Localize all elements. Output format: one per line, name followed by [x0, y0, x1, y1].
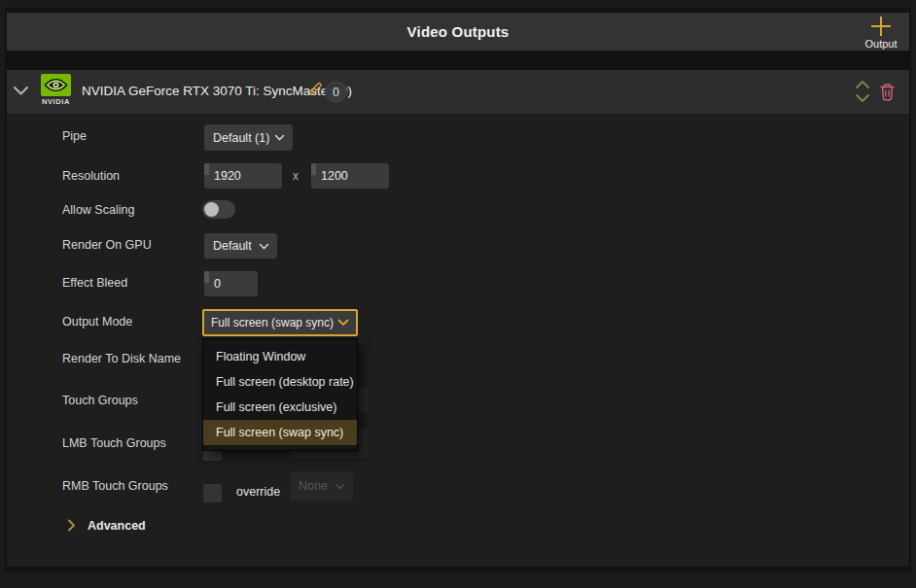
rmb-override-label: override: [236, 485, 280, 499]
advanced-section-toggle[interactable]: Advanced: [88, 519, 146, 533]
output-mode-menu: Floating Window Full screen (desktop rat…: [202, 338, 358, 451]
settings-panel: [7, 114, 909, 567]
pipe-select-value: Default (1): [213, 131, 269, 145]
lmb-touch-groups-label: LMB Touch Groups: [62, 436, 166, 450]
drag-handle[interactable]: [311, 163, 316, 175]
effect-bleed-label: Effect Bleed: [62, 276, 127, 290]
video-outputs-window: Video Outputs Output NVIDIA NVIDIA GeFor…: [0, 0, 916, 588]
resolution-label: Resolution: [62, 169, 120, 183]
output-mode-label: Output Mode: [62, 315, 132, 329]
drag-handle[interactable]: [204, 163, 209, 175]
pipe-label: Pipe: [62, 129, 87, 143]
menu-option-desktop-rate[interactable]: Full screen (desktop rate): [203, 369, 357, 395]
output-mode-value: Full screen (swap sync): [211, 316, 334, 329]
resolution-width-input[interactable]: [204, 163, 282, 189]
chevron-down-icon: [335, 483, 345, 490]
toggle-knob: [204, 202, 219, 217]
menu-option-exclusive[interactable]: Full screen (exclusive): [203, 395, 357, 420]
render-on-gpu-label: Render On GPU: [62, 238, 152, 252]
resolution-separator: x: [293, 169, 299, 183]
rmb-override-checkbox[interactable]: [203, 484, 222, 502]
add-output-label: Output: [854, 38, 908, 50]
pipe-select[interactable]: Default (1): [204, 124, 293, 151]
advanced-chevron-right-icon[interactable]: [67, 519, 76, 532]
touch-groups-label: Touch Groups: [62, 394, 138, 407]
chevron-down-icon: [337, 319, 349, 327]
render-on-gpu-value: Default: [213, 239, 252, 253]
rmb-touch-groups-label: RMB Touch Groups: [62, 479, 168, 493]
nvidia-logo-text: NVIDIA: [39, 97, 73, 106]
edit-pencil-icon[interactable]: [307, 82, 323, 97]
rmb-override-value: None: [299, 479, 328, 493]
move-down-chevron-icon[interactable]: [855, 93, 870, 103]
resolution-height-input[interactable]: [311, 163, 389, 189]
allow-scaling-label: Allow Scaling: [62, 203, 134, 217]
move-up-chevron-icon[interactable]: [855, 80, 870, 89]
page-title: Video Outputs: [407, 23, 510, 40]
drag-handle[interactable]: [204, 271, 209, 283]
edit-count-badge: 0: [325, 81, 347, 103]
menu-option-swap-sync-selected[interactable]: Full screen (swap sync): [203, 420, 357, 445]
add-output-button[interactable]: [868, 15, 894, 38]
expand-chevron-down-icon[interactable]: [13, 86, 29, 96]
titlebar: Video Outputs: [7, 13, 909, 51]
render-on-gpu-select[interactable]: Default: [204, 233, 277, 259]
render-to-disk-name-label: Render To Disk Name: [62, 352, 181, 365]
allow-scaling-toggle[interactable]: [202, 200, 235, 219]
output-mode-select[interactable]: Full screen (swap sync): [202, 309, 358, 336]
plus-icon: [868, 15, 894, 38]
rmb-override-select: None: [290, 471, 353, 501]
chevron-down-icon: [259, 243, 269, 250]
nvidia-logo-icon: [41, 74, 71, 96]
menu-option-floating-window[interactable]: Floating Window: [203, 344, 357, 369]
chevron-down-icon: [274, 134, 285, 141]
effect-bleed-input[interactable]: [204, 271, 258, 296]
delete-trash-icon[interactable]: [879, 83, 896, 101]
